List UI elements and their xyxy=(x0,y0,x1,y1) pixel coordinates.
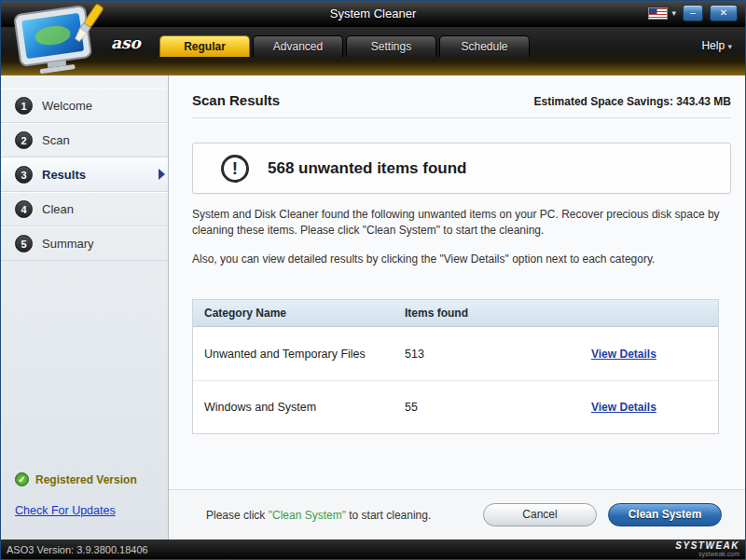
tab-advanced[interactable]: Advanced xyxy=(253,35,343,57)
sidebar-item-label: Scan xyxy=(42,133,70,147)
table-row: Unwanted and Temporary Files 513 View De… xyxy=(193,327,718,380)
cancel-button[interactable]: Cancel xyxy=(483,503,597,526)
items-found-text: 568 unwanted items found xyxy=(268,159,466,178)
table-row: Windows and System 55 View Details xyxy=(193,380,718,433)
view-details-link[interactable]: View Details xyxy=(591,348,656,361)
sidebar: 1 Welcome 2 Scan 3 Results 4 Clean 5 Sum… xyxy=(1,75,169,540)
sidebar-item-results[interactable]: 3 Results xyxy=(1,157,168,192)
step-number-badge: 5 xyxy=(15,235,33,253)
action-footer: Please click "Clean System" to start cle… xyxy=(169,489,745,540)
step-number-badge: 1 xyxy=(15,97,33,115)
tab-regular[interactable]: Regular xyxy=(159,35,250,57)
hint-suffix: to start cleaning. xyxy=(346,509,431,522)
main-content: Scan Results Estimated Space Savings: 34… xyxy=(169,75,745,540)
exclamation-circle-icon: ! xyxy=(221,155,249,183)
category-name: Unwanted and Temporary Files xyxy=(204,348,405,361)
check-for-updates-link[interactable]: Check For Updates xyxy=(15,504,116,517)
systweak-url-text: systweak.com xyxy=(698,550,739,558)
step-number-badge: 2 xyxy=(15,131,33,149)
items-found-count: 513 xyxy=(405,348,591,361)
tab-settings[interactable]: Settings xyxy=(346,35,436,57)
results-table-header: Category Name Items found xyxy=(193,300,718,327)
window-controls: ▾ – ✕ xyxy=(648,5,738,21)
sidebar-item-label: Clean xyxy=(42,202,74,216)
step-number-badge: 4 xyxy=(15,200,33,218)
systweak-logo: SYSTWEAK systweak.com xyxy=(675,541,739,558)
sidebar-item-clean[interactable]: 4 Clean xyxy=(1,192,168,226)
items-found-banner: ! 568 unwanted items found xyxy=(192,143,731,194)
status-bar: ASO3 Version: 3.9.3800.18406 SYSTWEAK sy… xyxy=(1,540,745,559)
tab-bar: Regular Advanced Settings Schedule xyxy=(159,35,530,57)
help-menu[interactable]: Help ▾ xyxy=(701,39,732,52)
sidebar-item-label: Summary xyxy=(42,237,94,251)
sidebar-item-label: Results xyxy=(42,168,86,182)
header-divider xyxy=(192,117,731,118)
sidebar-item-scan[interactable]: 2 Scan xyxy=(1,123,168,157)
sidebar-item-welcome[interactable]: 1 Welcome xyxy=(1,89,168,123)
tab-schedule[interactable]: Schedule xyxy=(439,35,530,57)
page-title: Scan Results xyxy=(192,92,280,108)
help-label: Help xyxy=(701,39,725,52)
active-step-arrow-icon xyxy=(159,169,165,180)
help-caret-icon: ▾ xyxy=(727,42,732,51)
results-table: Category Name Items found Unwanted and T… xyxy=(192,299,719,434)
systweak-brand-text: SYSTWEAK xyxy=(675,541,739,550)
column-header-category: Category Name xyxy=(204,307,405,320)
close-button[interactable]: ✕ xyxy=(710,5,738,21)
description-paragraph-2: Also, you can view detailed results by c… xyxy=(192,252,725,267)
view-details-link[interactable]: View Details xyxy=(591,401,656,414)
estimated-savings-label: Estimated Space Savings: 343.43 MB xyxy=(534,95,731,108)
wizard-steps: 1 Welcome 2 Scan 3 Results 4 Clean 5 Sum… xyxy=(1,75,168,261)
registered-version-badge: ✓ Registered Version xyxy=(15,472,137,486)
aso-logo-text: aso xyxy=(111,34,141,52)
system-cleaner-window: System Cleaner ▾ – ✕ Regular Advanced Se… xyxy=(0,0,746,560)
hint-highlight: "Clean System" xyxy=(269,509,346,522)
main-header-row: Scan Results Estimated Space Savings: 34… xyxy=(192,92,731,108)
registered-version-label: Registered Version xyxy=(35,473,137,486)
us-flag-language-icon[interactable] xyxy=(648,7,668,20)
step-number-badge: 3 xyxy=(15,166,33,184)
language-caret-icon[interactable]: ▾ xyxy=(671,8,676,18)
clean-hint-text: Please click "Clean System" to start cle… xyxy=(206,509,483,522)
description-paragraph-1: System and Disk Cleaner found the follow… xyxy=(192,207,725,239)
sidebar-item-summary[interactable]: 5 Summary xyxy=(1,226,168,261)
monitor-brush-icon xyxy=(7,3,109,75)
green-check-icon: ✓ xyxy=(15,472,29,486)
minimize-button[interactable]: – xyxy=(683,5,703,21)
sidebar-item-label: Welcome xyxy=(42,99,92,113)
column-header-items-found: Items found xyxy=(405,307,591,320)
category-name: Windows and System xyxy=(204,401,405,414)
version-label: ASO3 Version: 3.9.3800.18406 xyxy=(7,544,148,555)
clean-system-button[interactable]: Clean System xyxy=(608,503,722,526)
items-found-count: 55 xyxy=(405,401,591,414)
hint-prefix: Please click xyxy=(206,509,269,522)
column-header-spacer xyxy=(591,307,707,320)
app-logo: aso xyxy=(7,3,156,75)
